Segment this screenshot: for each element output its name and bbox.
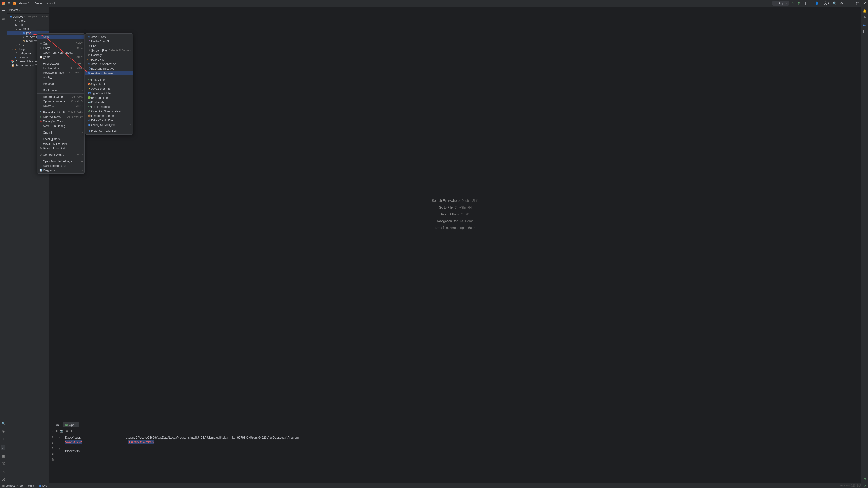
menu-refactor[interactable]: Refactor› [37, 81, 85, 86]
search-icon[interactable]: 🔍 [833, 1, 837, 5]
new-module-info[interactable]: ▣module-info.java [85, 71, 133, 75]
new-package-json[interactable]: 🟢package.json [85, 95, 133, 100]
new-resource-bundle[interactable]: 📦Resource Bundle [85, 114, 133, 118]
more-tools-icon[interactable]: ⋯ [2, 24, 5, 28]
terminal-tool-icon[interactable]: ▣ [2, 454, 5, 458]
menu-repair[interactable]: Repair IDE on File [37, 141, 85, 146]
menu-paste[interactable]: 📋PasteCtrl+V [37, 55, 85, 59]
new-swing[interactable]: ▣Swing UI Designer› [85, 122, 133, 127]
camera-icon[interactable]: 📷 [60, 429, 63, 433]
vcs-tool-icon[interactable]: ◉ [2, 429, 5, 433]
menu-diagrams[interactable]: 📊Diagrams› [37, 168, 85, 172]
menu-reload[interactable]: ↻Reload from Disk [37, 146, 85, 150]
more-actions-icon[interactable]: ⋮ [804, 2, 807, 5]
menu-rebuild[interactable]: 🔨Rebuild '<default>'Ctrl+Shift+F9 [37, 110, 85, 115]
stop-icon[interactable]: ■ [56, 429, 58, 433]
new-openapi[interactable]: ⚙OpenAPI Specification [85, 109, 133, 114]
maximize-button[interactable]: ▢ [856, 1, 859, 5]
menu-compare[interactable]: ⇄Compare With...Ctrl+D [37, 152, 85, 157]
new-editorconfig[interactable]: ⚙EditorConfig File [85, 118, 133, 122]
filter-icon[interactable]: ◧ [71, 429, 73, 433]
trash-icon[interactable]: 🗑 [51, 458, 54, 461]
console-output[interactable]: D:\dev\java\aagent:C:\Users\64626\AppDat… [63, 434, 861, 483]
app-tab[interactable]: ▣App× [63, 422, 79, 427]
translate-icon[interactable]: 文A [824, 1, 830, 5]
settings-icon[interactable]: ⚙ [840, 1, 843, 5]
exit-icon[interactable]: ⎋ [59, 447, 60, 450]
menu-local-history[interactable]: Local History› [37, 137, 85, 141]
main-menu-icon[interactable]: ≡ [8, 1, 10, 5]
new-stylesheet[interactable]: 🎨Stylesheet [85, 82, 133, 86]
rerun-icon[interactable]: ↻ [51, 429, 54, 433]
new-java-class[interactable]: ©Java Class [85, 35, 133, 39]
project-selector[interactable]: demo01⌄ [19, 2, 33, 5]
menu-optimize[interactable]: Optimize ImportsCtrl+Alt+O [37, 99, 85, 103]
menu-copy-path[interactable]: Copy Path/Reference... [37, 50, 85, 55]
new-dockerfile[interactable]: 🐳Dockerfile [85, 100, 133, 104]
menu-module-settings[interactable]: Open Module SettingsF4 [37, 159, 85, 163]
new-javafx[interactable]: ©JavaFX Application [85, 62, 133, 66]
notifications-icon[interactable]: 🔔 [863, 9, 867, 13]
coverage-icon[interactable]: ▤ [863, 29, 866, 33]
down-icon[interactable]: ↓ [52, 441, 53, 445]
database-icon[interactable]: 🗄 [863, 16, 866, 20]
menu-open-in[interactable]: Open In› [37, 130, 85, 135]
new-package-info[interactable]: ⓘpackage-info.java [85, 66, 133, 71]
tree-src[interactable]: ⌄🗀src [7, 23, 49, 27]
run-tab[interactable]: Run [52, 422, 61, 427]
print-icon[interactable]: 🖶 [51, 452, 54, 456]
version-control-menu[interactable]: Version control⌄ [35, 2, 57, 5]
code-with-me-icon[interactable]: 👤⁺ [815, 1, 821, 5]
menu-debug-all[interactable]: 🐞Debug 'All Tests' [37, 119, 85, 124]
more-icon[interactable]: ⋮ [76, 429, 79, 433]
breadcrumb[interactable]: ▣demo01 ›src ›main ›🗀 java [2, 484, 47, 487]
layout-icon[interactable]: ▣ [66, 429, 68, 433]
run-button[interactable]: ▷ [792, 2, 795, 5]
git-tool-icon[interactable]: ⎇ [2, 478, 5, 481]
run-tool-icon[interactable]: ▷ [1, 445, 5, 450]
maven-icon[interactable]: m [864, 23, 866, 26]
menu-reformat[interactable]: ≡Reformat CodeCtrl+Alt+L [37, 94, 85, 99]
shield-status-icon[interactable]: 🛡 [863, 484, 866, 487]
menu-cut[interactable]: ✂CutCtrl+X [37, 41, 85, 45]
menu-run-all[interactable]: ▷Run 'All Tests'Ctrl+Shift+F10 [37, 115, 85, 119]
new-html[interactable]: <>HTML File [85, 77, 133, 82]
menu-find-in-files[interactable]: Find in Files...Ctrl+Shift+F [37, 66, 85, 70]
scroll-icon[interactable]: ⤓ [58, 435, 61, 439]
menu-replace-in-files[interactable]: Replace in Files...Ctrl+Shift+R [37, 70, 85, 75]
up-icon[interactable]: ↑ [52, 435, 53, 439]
project-tool-icon[interactable]: 🗀 [2, 9, 5, 13]
menu-analyze[interactable]: Analyze› [37, 75, 85, 79]
debug-button[interactable]: ⚙ [798, 2, 801, 5]
new-http[interactable]: APIHTTP Request [85, 104, 133, 109]
new-js[interactable]: JSJavaScript File [85, 86, 133, 91]
menu-mark-dir[interactable]: Mark Directory as› [37, 163, 85, 168]
close-button[interactable]: ✕ [863, 1, 866, 5]
menu-new[interactable]: New› [37, 35, 85, 39]
problems-tool-icon[interactable]: ⓘ [2, 462, 5, 466]
text-tool-icon[interactable]: T [2, 437, 4, 440]
softwrap-icon[interactable]: ↲ [58, 441, 61, 445]
structure-tool-icon[interactable]: ⊞ [2, 17, 5, 20]
menu-delete[interactable]: Delete...Delete [37, 103, 85, 108]
tree-idea[interactable]: ›🗀.idea [7, 19, 49, 23]
search-tool-icon[interactable]: 🔍 [1, 422, 5, 425]
new-fxml[interactable]: </>FXML File [85, 57, 133, 62]
menu-bookmarks[interactable]: Bookmarks› [37, 88, 85, 92]
new-package[interactable]: 🗀Package [85, 53, 133, 57]
tree-root[interactable]: ⌄▣ demo01D:\dev\java\code\java [7, 14, 49, 19]
run-config-selector[interactable]: App ⌄ [772, 1, 789, 6]
minimize-button[interactable]: — [848, 1, 852, 5]
project-sidebar-header[interactable]: Project ⌄ [7, 7, 49, 13]
wrap-icon[interactable]: ⤸ [51, 447, 54, 450]
tree-main[interactable]: ⌄🗀main [7, 27, 49, 31]
new-ts[interactable]: TSTypeScript File [85, 91, 133, 95]
new-datasource[interactable]: 🗄Data Source in Path [85, 129, 133, 133]
new-file[interactable]: 🗎File [85, 43, 133, 48]
warning-tool-icon[interactable]: ⚠ [2, 470, 5, 474]
menu-more-run[interactable]: More Run/Debug› [37, 124, 85, 128]
shield-icon[interactable]: 🛡 [864, 478, 866, 481]
close-tab-icon[interactable]: × [76, 424, 77, 426]
new-scratch[interactable]: 🗎Scratch FileCtrl+Alt+Shift+Insert [85, 48, 133, 53]
new-kotlin[interactable]: KKotlin Class/File [85, 39, 133, 43]
